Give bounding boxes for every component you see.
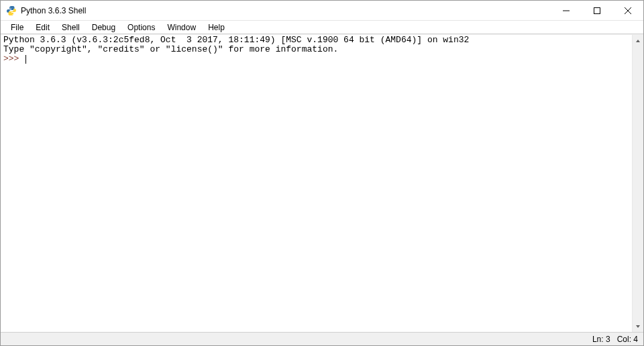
editor-area: Python 3.6.3 (v3.6.3:2c5fed8, Oct 3 2017… <box>1 34 643 332</box>
svg-point-0 <box>9 6 10 7</box>
python-icon <box>6 5 17 16</box>
menu-edit[interactable]: Edit <box>30 21 56 34</box>
menu-file[interactable]: File <box>5 21 30 34</box>
status-line: Ln: 3 <box>592 335 610 344</box>
minimize-button[interactable] <box>551 1 582 20</box>
banner-line1: Python 3.6.3 (v3.6.3:2c5fed8, Oct 3 2017… <box>3 35 469 45</box>
banner-line2: Type "copyright", "credits" or "license(… <box>3 44 338 54</box>
window-controls <box>551 1 643 20</box>
close-button[interactable] <box>612 1 643 20</box>
scroll-up-arrow[interactable] <box>633 35 643 46</box>
scroll-down-arrow[interactable] <box>633 321 643 332</box>
window-title: Python 3.6.3 Shell <box>21 6 551 15</box>
menu-window[interactable]: Window <box>161 21 202 34</box>
menu-shell[interactable]: Shell <box>56 21 86 34</box>
titlebar: Python 3.6.3 Shell <box>1 1 643 21</box>
menubar: File Edit Shell Debug Options Window Hel… <box>1 21 643 34</box>
svg-point-1 <box>12 13 13 14</box>
maximize-button[interactable] <box>582 1 612 20</box>
text-cursor <box>25 55 26 64</box>
vertical-scrollbar[interactable] <box>632 35 643 332</box>
menu-help[interactable]: Help <box>202 21 231 34</box>
shell-prompt: >>> <box>3 54 24 64</box>
scroll-track[interactable] <box>633 46 643 321</box>
statusbar: Ln: 3 Col: 4 <box>1 332 643 345</box>
svg-rect-3 <box>594 7 600 13</box>
status-col: Col: 4 <box>617 335 638 344</box>
menu-debug[interactable]: Debug <box>86 21 121 34</box>
menu-options[interactable]: Options <box>121 21 161 34</box>
shell-text-area[interactable]: Python 3.6.3 (v3.6.3:2c5fed8, Oct 3 2017… <box>1 35 632 332</box>
